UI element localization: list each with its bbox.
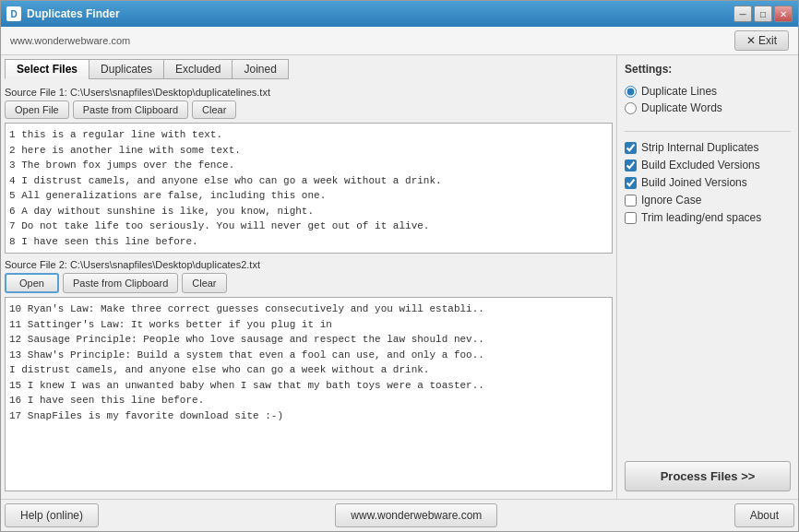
checkbox-input-build-joined[interactable] bbox=[625, 177, 637, 189]
file1-open-button[interactable]: Open File bbox=[5, 100, 69, 119]
checkbox-input-ignore-case[interactable] bbox=[625, 195, 637, 207]
process-files-button[interactable]: Process Files >> bbox=[625, 461, 791, 491]
maximize-button[interactable]: □ bbox=[754, 6, 772, 22]
about-button[interactable]: About bbox=[734, 503, 794, 527]
checkbox-ignore-case[interactable]: Ignore Case bbox=[625, 194, 791, 207]
file1-buttons: Open File Paste from Clipboard Clear bbox=[5, 100, 613, 119]
left-panel: Select Files Duplicates Excluded Joined … bbox=[1, 55, 617, 499]
settings-title: Settings: bbox=[625, 63, 791, 76]
checkbox-label-ignore-case: Ignore Case bbox=[641, 194, 701, 207]
close-button[interactable]: ✕ bbox=[774, 6, 793, 22]
tab-excluded[interactable]: Excluded bbox=[163, 59, 232, 79]
main-window: D Duplicates Finder ─ □ ✕ www.wonderwebw… bbox=[0, 0, 799, 532]
checkbox-label-build-excluded: Build Excluded Versions bbox=[641, 159, 760, 171]
checkbox-trim-spaces[interactable]: Trim leading/end spaces bbox=[625, 211, 791, 224]
url-text: www.wonderwebware.com bbox=[10, 35, 130, 46]
minimize-button[interactable]: ─ bbox=[733, 6, 752, 22]
bottom-bar: Help (online) www.wonderwebware.com Abou… bbox=[1, 499, 798, 531]
file2-text-container: 10 Ryan's Law: Make three correct guesse… bbox=[5, 297, 613, 491]
file2-text-area[interactable]: 10 Ryan's Law: Make three correct guesse… bbox=[6, 298, 612, 491]
file1-path: Source File 1: C:\Users\snapfiles\Deskto… bbox=[5, 85, 613, 100]
checkbox-label-trim-spaces: Trim leading/end spaces bbox=[641, 211, 761, 224]
checkbox-strip-internal[interactable]: Strip Internal Duplicates bbox=[625, 141, 791, 154]
checkbox-build-excluded[interactable]: Build Excluded Versions bbox=[625, 159, 791, 171]
checkbox-build-joined[interactable]: Build Joined Versions bbox=[625, 176, 791, 189]
file2-open-button[interactable]: Open bbox=[5, 273, 59, 293]
checkbox-label-build-joined: Build Joined Versions bbox=[641, 176, 747, 189]
checkbox-input-strip-internal[interactable] bbox=[625, 142, 637, 154]
tab-bar: Select Files Duplicates Excluded Joined bbox=[5, 59, 613, 79]
url-button[interactable]: www.wonderwebware.com bbox=[335, 503, 497, 527]
radio-label-duplicate-words: Duplicate Words bbox=[641, 101, 722, 114]
file2-section: Source File 2: C:\Users\snapfiles\Deskto… bbox=[5, 257, 613, 491]
checkbox-group: Strip Internal Duplicates Build Excluded… bbox=[625, 141, 791, 224]
exit-button[interactable]: ✕ Exit bbox=[734, 30, 789, 51]
checkbox-input-trim-spaces[interactable] bbox=[625, 212, 637, 224]
app-icon: D bbox=[6, 6, 21, 21]
file1-text-area[interactable]: 1 this is a regular line with text. 2 he… bbox=[6, 124, 612, 253]
settings-divider bbox=[625, 131, 791, 132]
radio-input-duplicate-words[interactable] bbox=[625, 102, 637, 114]
title-bar: D Duplicates Finder ─ □ ✕ bbox=[1, 1, 798, 27]
tab-duplicates[interactable]: Duplicates bbox=[89, 59, 163, 79]
checkbox-input-build-excluded[interactable] bbox=[625, 160, 637, 171]
file2-clear-button[interactable]: Clear bbox=[182, 273, 226, 293]
tab-select-files[interactable]: Select Files bbox=[5, 59, 89, 79]
radio-group: Duplicate Lines Duplicate Words bbox=[625, 85, 791, 114]
radio-duplicate-lines[interactable]: Duplicate Lines bbox=[625, 85, 791, 98]
file1-paste-button[interactable]: Paste from Clipboard bbox=[73, 100, 188, 119]
file1-text-container: 1 this is a regular line with text. 2 he… bbox=[5, 123, 613, 254]
file1-section: Source File 1: C:\Users\snapfiles\Deskto… bbox=[5, 85, 613, 254]
radio-input-duplicate-lines[interactable] bbox=[625, 86, 637, 98]
right-panel: Settings: Duplicate Lines Duplicate Word… bbox=[617, 55, 798, 499]
file2-path: Source File 2: C:\Users\snapfiles\Deskto… bbox=[5, 257, 613, 273]
window-controls: ─ □ ✕ bbox=[733, 6, 793, 22]
url-bar: www.wonderwebware.com ✕ Exit bbox=[1, 27, 798, 55]
main-content: Select Files Duplicates Excluded Joined … bbox=[1, 55, 798, 499]
radio-label-duplicate-lines: Duplicate Lines bbox=[641, 85, 717, 98]
file1-clear-button[interactable]: Clear bbox=[192, 100, 236, 119]
radio-duplicate-words[interactable]: Duplicate Words bbox=[625, 101, 791, 114]
window-title: Duplicates Finder bbox=[27, 7, 728, 20]
file2-buttons: Open Paste from Clipboard Clear bbox=[5, 273, 613, 293]
tab-joined[interactable]: Joined bbox=[232, 59, 288, 79]
checkbox-label-strip-internal: Strip Internal Duplicates bbox=[641, 141, 758, 154]
help-button[interactable]: Help (online) bbox=[5, 503, 99, 527]
file2-paste-button[interactable]: Paste from Clipboard bbox=[63, 273, 178, 293]
